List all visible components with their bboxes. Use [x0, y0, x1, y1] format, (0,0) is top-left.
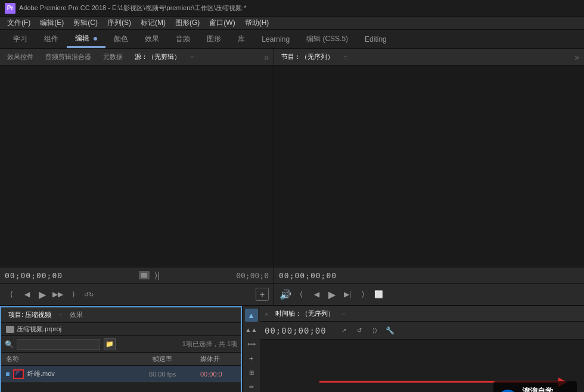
- tab-assembly[interactable]: 组件: [36, 30, 67, 48]
- source-duration: 00;00;0: [236, 271, 269, 280]
- program-play[interactable]: ▶: [325, 288, 338, 301]
- tab-effects-controls[interactable]: 效果控件: [5, 51, 36, 63]
- program-viewer: [274, 66, 584, 267]
- item-video-icon: [13, 369, 24, 379]
- tool-slip[interactable]: ⊞: [245, 366, 258, 379]
- source-overwrite-btn[interactable]: ⟩|: [154, 270, 160, 280]
- tools-panel: ▲ ▲▲ ⟺ + ⊞ ✏ ✋ T: [242, 306, 260, 392]
- workspace-bar: 学习 组件 编辑 颜色 效果 音频 图形 库 Learning 编辑 (CSS.…: [0, 30, 584, 49]
- source-add-btn[interactable]: +: [256, 288, 269, 301]
- menu-window[interactable]: 窗口(W): [204, 17, 240, 29]
- program-panel-more[interactable]: »: [574, 52, 579, 62]
- source-insert-btn[interactable]: [139, 271, 150, 279]
- tab-project-effects[interactable]: 效果: [67, 309, 85, 321]
- program-export-frame[interactable]: ⬜: [372, 288, 385, 301]
- tab-program[interactable]: 节目：（无序列）: [279, 51, 336, 63]
- menu-sequence[interactable]: 序列(S): [102, 17, 136, 29]
- tool-track-select[interactable]: ▲▲: [245, 323, 258, 336]
- tab-timeline[interactable]: 时间轴：（无序列）: [273, 308, 337, 319]
- program-mark-in[interactable]: ⟨: [294, 288, 307, 301]
- tab-library[interactable]: 库: [229, 30, 253, 48]
- timeline-content: 溜溜自学 zixue.3066.com 列。: [260, 340, 584, 392]
- source-controls: ⟨ ◀ ▶ ▶▶ ⟩ ↺↻ +: [0, 284, 274, 305]
- source-step-back[interactable]: ◀: [20, 288, 33, 301]
- project-filename: 压缩视频.prproj: [17, 325, 61, 334]
- menu-marker[interactable]: 标记(M): [136, 17, 170, 29]
- project-folder-icon: [6, 326, 14, 333]
- tl-wrench[interactable]: 🔧: [384, 324, 397, 337]
- tl-tool-3[interactable]: ⟩⟩: [368, 324, 381, 337]
- timeline-panel: × 时间轴：（无序列） = 00;00;00;00 ↗ ↺ ⟩⟩ 🔧: [260, 306, 584, 392]
- menu-file[interactable]: 文件(F): [2, 17, 35, 29]
- menu-clip[interactable]: 剪辑(C): [69, 17, 102, 29]
- tab-source[interactable]: 源：（无剪辑）: [132, 51, 183, 63]
- top-panels: 效果控件 音频剪辑混合器 元数据 源：（无剪辑） = » 00;00;00;00…: [0, 49, 584, 305]
- source-loop[interactable]: ↺↻: [82, 288, 95, 301]
- item-color-label: [6, 372, 10, 376]
- tab-audio-mixer[interactable]: 音频剪辑混合器: [43, 51, 94, 63]
- program-panel-header: 节目：（无序列） = »: [274, 49, 584, 66]
- tool-select[interactable]: ▲: [245, 309, 258, 322]
- project-import-btn[interactable]: 📁: [104, 338, 116, 350]
- timeline-header: × 时间轴：（无序列） =: [260, 306, 584, 322]
- source-timecode-bar: 00;00;00;00 ⟩| 00;00;0: [0, 267, 274, 284]
- timeline-tools: ↗ ↺ ⟩⟩ 🔧: [337, 324, 397, 337]
- source-play[interactable]: ▶: [36, 288, 49, 301]
- tab-color[interactable]: 颜色: [105, 30, 136, 48]
- tl-tool-2[interactable]: ↺: [353, 324, 366, 337]
- program-timecode: 00;00;00;00: [279, 271, 337, 280]
- bottom-area: 项目: 压缩视频 = 效果 压缩视频.prproj 🔍 📁 1项已选择，共 1项…: [0, 305, 584, 392]
- program-step-back[interactable]: ◀: [310, 288, 323, 301]
- project-header: 项目: 压缩视频 = 效果: [1, 307, 241, 323]
- item-media-0: 00:00:0: [200, 371, 236, 378]
- program-step-fwd[interactable]: ▶|: [341, 288, 354, 301]
- menu-help[interactable]: 帮助(H): [240, 17, 274, 29]
- source-panel: 效果控件 音频剪辑混合器 元数据 源：（无剪辑） = » 00;00;00;00…: [0, 49, 274, 305]
- menu-graphics[interactable]: 图形(G): [170, 17, 204, 29]
- title-bar: Pr Adobe Premiere Pro CC 2018 - E:\1影视区\…: [0, 0, 584, 17]
- panels-area: 效果控件 音频剪辑混合器 元数据 源：（无剪辑） = » 00;00;00;00…: [0, 49, 584, 392]
- tool-ripple[interactable]: ⟺: [245, 337, 258, 350]
- col-header-name: 名称: [6, 354, 153, 363]
- source-mark-out[interactable]: ⟩: [67, 288, 80, 301]
- program-mark-out[interactable]: ⟩: [356, 288, 369, 301]
- timeline-timecode: 00;00;00;00: [265, 326, 327, 335]
- program-controls: 🔊 ⟨ ◀ ▶ ▶| ⟩ ⬜: [274, 284, 584, 305]
- source-panel-more[interactable]: »: [264, 52, 269, 62]
- tab-editing[interactable]: 编辑: [67, 30, 105, 48]
- tab-metadata[interactable]: 元数据: [101, 51, 125, 63]
- source-panel-header: 效果控件 音频剪辑混合器 元数据 源：（无剪辑） = »: [0, 49, 274, 66]
- tab-effects[interactable]: 效果: [136, 30, 167, 48]
- tab-audio[interactable]: 音频: [167, 30, 198, 48]
- source-step-fwd[interactable]: ▶▶: [51, 288, 64, 301]
- app-logo: Pr: [5, 3, 15, 14]
- col-header-fps: 帧速率: [153, 354, 200, 363]
- tab-project[interactable]: 项目: 压缩视频: [6, 309, 54, 321]
- project-search-input[interactable]: [17, 339, 100, 350]
- watermark-brand: 溜溜自学: [522, 386, 560, 392]
- project-count: 1项已选择，共 1项: [182, 340, 237, 349]
- timeline-close-icon[interactable]: ×: [265, 310, 268, 318]
- tool-pen[interactable]: ✏: [245, 380, 258, 392]
- project-items: 纤维.mov 60.00 fps 00:00:0: [1, 366, 241, 392]
- program-panel: 节目：（无序列） = » 00;00;00;00 🔊 ⟨ ◀ ▶ ▶| ⟩ ⬜: [274, 49, 584, 305]
- app-title: Adobe Premiere Pro CC 2018 - E:\1影视区\视频号…: [19, 4, 246, 13]
- tab-editing-css[interactable]: 编辑 (CSS.5): [298, 30, 356, 48]
- project-item-0[interactable]: 纤维.mov 60.00 fps 00:00:0: [1, 366, 241, 382]
- program-timecode-bar: 00;00;00;00: [274, 267, 584, 284]
- project-search-icon[interactable]: 🔍: [5, 340, 13, 349]
- main-area: 效果控件 音频剪辑混合器 元数据 源：（无剪辑） = » 00;00;00;00…: [0, 49, 584, 392]
- project-file-row: 压缩视频.prproj: [1, 323, 241, 336]
- item-name-0: 纤维.mov: [27, 369, 145, 378]
- program-mute[interactable]: 🔊: [279, 288, 292, 301]
- source-mark-in[interactable]: ⟨: [5, 288, 18, 301]
- tab-learning[interactable]: Learning: [253, 32, 298, 47]
- menu-edit[interactable]: 编辑(E): [35, 17, 69, 29]
- tab-graphics[interactable]: 图形: [198, 30, 229, 48]
- tab-editing-en[interactable]: Editing: [356, 32, 395, 47]
- watermark-logo: [498, 390, 517, 392]
- tab-learn[interactable]: 学习: [5, 30, 36, 48]
- tool-add[interactable]: +: [245, 351, 258, 365]
- tl-tool-1[interactable]: ↗: [337, 324, 350, 337]
- watermark-text: 溜溜自学 zixue.3066.com: [522, 386, 560, 392]
